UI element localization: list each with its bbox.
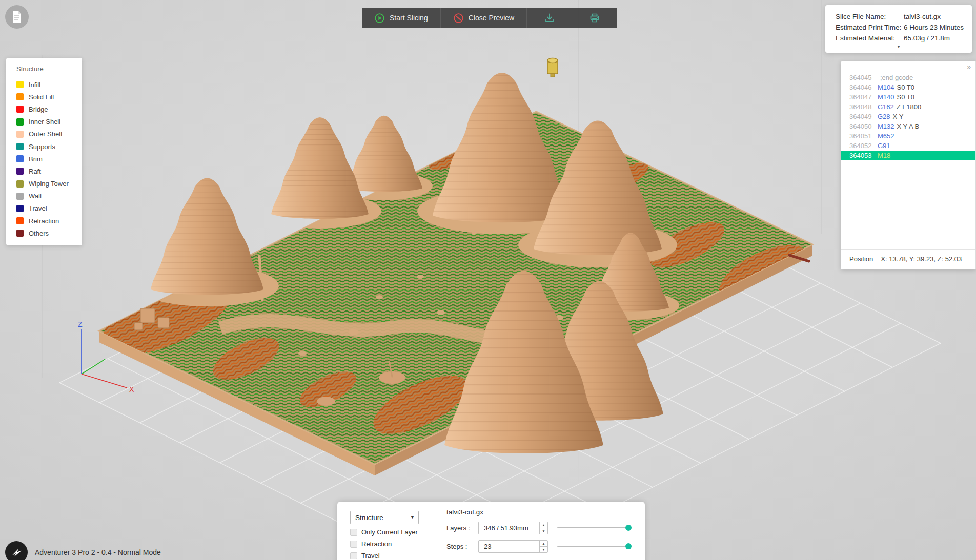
color-swatch [16, 93, 24, 100]
send-to-printer-button[interactable] [572, 8, 617, 28]
color-swatch [16, 205, 24, 212]
legend-item-solid-fill: Solid Fill [6, 91, 82, 103]
steps-slider[interactable] [557, 540, 632, 553]
retraction-checkbox[interactable] [350, 541, 357, 548]
color-swatch [16, 193, 24, 200]
slice-file-name-value: talvi3-cut.gx [904, 13, 941, 20]
layers-row: Layers : ▲ ▼ [446, 522, 632, 534]
print-time-label: Estimated Print Time: [836, 24, 904, 31]
axis-z-label: Z [78, 320, 83, 328]
printer-mode-text: Adventurer 3 Pro 2 - 0.4 - Normal Mode [35, 548, 161, 556]
gcode-line[interactable]: 364052 G91 [841, 141, 975, 151]
legend-item-supports: Supports [6, 140, 82, 153]
legend-item-retraction: Retraction [6, 215, 82, 227]
travel-label: Travel [361, 552, 380, 559]
prohibit-icon [453, 13, 464, 24]
extruder-position-marker [547, 58, 558, 77]
layers-increment-button[interactable]: ▲ [540, 522, 547, 528]
download-icon [544, 12, 555, 24]
color-swatch [16, 180, 24, 188]
position-value: X: 13.78, Y: 39.23, Z: 52.03 [881, 255, 962, 263]
gcode-line[interactable]: 364045 ;end gcode [841, 73, 975, 82]
steps-label: Steps : [446, 543, 478, 550]
start-slicing-label: Start Slicing [390, 14, 428, 22]
start-slicing-button[interactable]: Start Slicing [362, 8, 441, 28]
color-swatch [16, 106, 24, 113]
legend-item-wiping-tower: Wiping Tower [6, 178, 82, 190]
gcode-line-active[interactable]: 364053 M18 [841, 151, 975, 160]
printer-icon [589, 12, 600, 24]
printer-status-bar: Adventurer 3 Pro 2 - 0.4 - Normal Mode [5, 541, 161, 560]
preview-file-name: talvi3-cut.gx [446, 508, 632, 516]
legend-item-raft: Raft [6, 165, 82, 177]
structure-view-dropdown[interactable]: Structure ▼ [350, 511, 419, 524]
color-swatch [16, 81, 24, 88]
slice-file-name-label: Slice File Name: [836, 13, 904, 20]
only-current-layer-checkbox[interactable] [350, 529, 357, 536]
layers-label: Layers : [446, 524, 478, 532]
legend-item-infill: Infill [6, 78, 82, 91]
layers-slider-track[interactable] [557, 527, 632, 528]
material-value: 65.03g / 21.8m [904, 34, 950, 42]
document-icon [12, 11, 22, 23]
preview-toolbar: Start Slicing Close Preview [362, 8, 617, 28]
expand-gcode-icon[interactable]: » [967, 63, 971, 71]
legend-item-brim: Brim [6, 153, 82, 165]
axis-x-label: X [129, 385, 134, 393]
gcode-line[interactable]: 364050 M132 X Y A B [841, 121, 975, 131]
steps-input[interactable] [479, 541, 539, 552]
layer-playback-panel: Structure ▼ Only Current Layer Retractio… [337, 502, 645, 560]
steps-row: Steps : ▲ ▼ [446, 540, 632, 553]
legend-item-inner-shell: Inner Shell [6, 116, 82, 128]
close-preview-button[interactable]: Close Preview [441, 8, 527, 28]
dropdown-selected-value: Structure [355, 514, 383, 522]
layers-decrement-button[interactable]: ▼ [540, 528, 547, 534]
layers-slider-thumb[interactable] [625, 525, 632, 531]
close-preview-label: Close Preview [469, 14, 514, 22]
print-time-row: Estimated Print Time: 6 Hours 23 Minutes [825, 22, 972, 33]
only-current-layer-label: Only Current Layer [361, 528, 418, 536]
legend-item-outer-shell: Outer Shell [6, 128, 82, 140]
gcode-line[interactable]: 364051 M652 [841, 131, 975, 141]
gcode-line[interactable]: 364048 G162 Z F1800 [841, 102, 975, 112]
travel-row: Travel [350, 552, 434, 559]
layers-stepper: ▲ ▼ [478, 522, 548, 534]
steps-slider-track[interactable] [557, 546, 632, 547]
travel-checkbox[interactable] [350, 552, 357, 559]
layers-input[interactable] [479, 522, 539, 534]
steps-increment-button[interactable]: ▲ [540, 541, 547, 547]
color-swatch [16, 131, 24, 138]
material-label: Estimated Material: [836, 34, 904, 42]
slice-preview-viewport[interactable]: Z X [0, 0, 976, 560]
slice-file-name-row: Slice File Name: talvi3-cut.gx [825, 11, 972, 22]
steps-slider-thumb[interactable] [625, 543, 632, 549]
chevron-down-icon: ▼ [410, 515, 415, 520]
gcode-line[interactable]: 364046 M104 S0 T0 [841, 82, 975, 92]
only-current-layer-row: Only Current Layer [350, 528, 434, 536]
flashforge-logo[interactable] [5, 541, 28, 560]
color-swatch [16, 118, 24, 126]
collapse-info-arrow[interactable]: ▾ [825, 44, 972, 51]
color-swatch [16, 155, 24, 162]
legend-item-bridge: Bridge [6, 103, 82, 115]
play-icon [374, 13, 385, 24]
legend-item-wall: Wall [6, 190, 82, 202]
file-page-button[interactable] [5, 5, 29, 29]
slice-info-panel: Slice File Name: talvi3-cut.gx Estimated… [825, 5, 972, 53]
save-gcode-button[interactable] [527, 8, 572, 28]
color-swatch [16, 168, 24, 175]
logo-glyph-icon [10, 546, 23, 559]
print-time-value: 6 Hours 23 Minutes [904, 24, 964, 31]
gcode-line[interactable]: 364047 M140 S0 T0 [841, 92, 975, 102]
gcode-line[interactable]: 364049 G28 X Y [841, 112, 975, 121]
retraction-row: Retraction [350, 540, 434, 548]
steps-decrement-button[interactable]: ▼ [540, 547, 547, 552]
position-readout: Position X: 13.78, Y: 39.23, Z: 52.03 [841, 249, 975, 269]
gcode-panel[interactable]: » 364045 ;end gcode 364046 M104 S0 T0 36… [841, 61, 976, 269]
legend-title: Structure [16, 65, 82, 73]
legend-item-travel: Travel [6, 202, 82, 215]
gcode-line-list: 364045 ;end gcode 364046 M104 S0 T0 3640… [841, 73, 975, 160]
position-label: Position [849, 255, 873, 263]
legend-item-others: Others [6, 227, 82, 239]
layers-slider[interactable] [557, 522, 632, 534]
